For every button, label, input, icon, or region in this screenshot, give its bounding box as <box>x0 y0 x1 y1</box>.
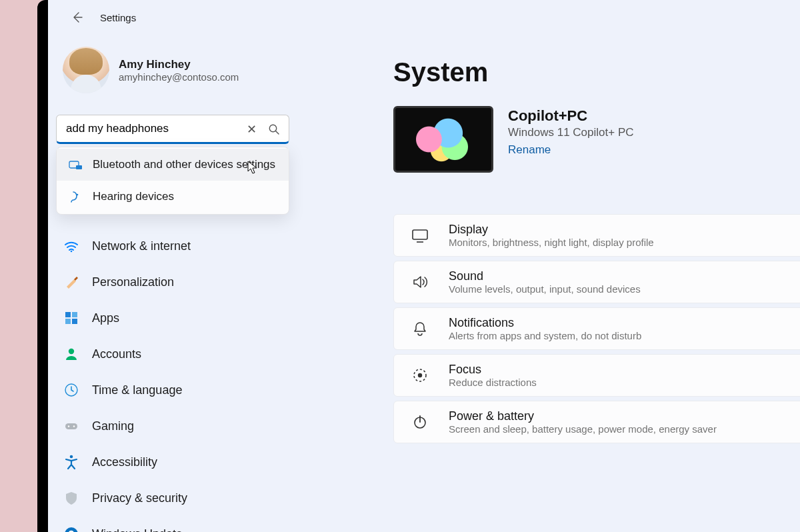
settings-card-power[interactable]: Power & battery Screen and sleep, batter… <box>393 401 800 443</box>
sidebar-item-apps[interactable]: Apps <box>56 301 329 335</box>
sidebar-item-privacy[interactable]: Privacy & security <box>56 481 329 515</box>
settings-card-display[interactable]: Display Monitors, brightness, night ligh… <box>393 214 800 257</box>
svg-point-10 <box>69 349 74 354</box>
svg-point-15 <box>70 455 73 459</box>
arrow-left-icon <box>71 11 84 24</box>
bell-icon <box>409 317 431 340</box>
clear-button[interactable]: ✕ <box>241 119 261 139</box>
sound-icon <box>409 271 431 293</box>
profile-block[interactable]: Amy Hinchey amyhinchey@contoso.com <box>56 39 341 103</box>
topbar: Settings <box>48 0 800 31</box>
sidebar-item-label: Gaming <box>92 419 134 433</box>
search-wrap: ✕ Bluetooth and other devices settings <box>56 115 289 144</box>
sidebar-item-label: Time & language <box>92 383 182 397</box>
svg-rect-3 <box>76 165 82 169</box>
card-title: Notifications <box>449 316 641 330</box>
svg-point-20 <box>418 373 422 377</box>
svg-point-4 <box>77 194 79 196</box>
card-title: Sound <box>449 269 641 283</box>
settings-card-notifications[interactable]: Notifications Alerts from apps and syste… <box>393 307 800 350</box>
sidebar-item-time-language[interactable]: Time & language <box>56 373 329 407</box>
sidebar-item-label: Accessibility <box>92 455 157 469</box>
sidebar: Amy Hinchey amyhinchey@contoso.com ✕ <box>48 31 341 532</box>
back-button[interactable] <box>68 8 87 27</box>
bluetooth-keyboard-icon <box>67 157 83 173</box>
svg-rect-12 <box>65 423 77 429</box>
device-os: Windows 11 Copilot+ PC <box>508 126 634 139</box>
sidebar-item-windows-update[interactable]: Windows Update <box>56 517 329 532</box>
settings-card-sound[interactable]: Sound Volume levels, output, input, soun… <box>393 261 800 303</box>
card-subtitle: Volume levels, output, input, sound devi… <box>449 283 641 295</box>
sidebar-item-label: Privacy & security <box>92 491 187 505</box>
sidebar-item-accounts[interactable]: Accounts <box>56 337 329 371</box>
sidebar-nav: Network & internet Personalization Apps … <box>56 229 341 532</box>
device-name: Copilot+PC <box>508 107 634 125</box>
svg-point-14 <box>73 425 75 427</box>
svg-line-1 <box>276 131 279 135</box>
update-icon <box>63 525 80 532</box>
card-subtitle: Monitors, brightness, night light, displ… <box>449 237 654 248</box>
page-title: System <box>393 57 800 87</box>
card-subtitle: Screen and sleep, battery usage, power m… <box>449 423 717 435</box>
apps-icon <box>63 309 80 327</box>
sidebar-item-label: Apps <box>92 311 119 325</box>
gaming-icon <box>63 417 80 435</box>
card-subtitle: Alerts from apps and system, do not dist… <box>449 330 641 341</box>
suggestion-bluetooth-devices[interactable]: Bluetooth and other devices settings <box>57 149 289 181</box>
search-icon <box>268 123 280 135</box>
hearing-icon <box>67 189 83 205</box>
sidebar-item-gaming[interactable]: Gaming <box>56 409 329 443</box>
search-suggestions: Bluetooth and other devices settings Hea… <box>56 147 289 215</box>
wifi-icon <box>63 237 80 255</box>
device-thumbnail <box>393 106 493 173</box>
avatar <box>63 47 109 93</box>
profile-name: Amy Hinchey <box>119 58 239 71</box>
accessibility-icon <box>63 453 80 471</box>
sidebar-item-personalization[interactable]: Personalization <box>56 265 329 299</box>
clock-icon <box>63 381 80 399</box>
power-icon <box>409 411 431 433</box>
sidebar-item-label: Accounts <box>92 347 141 361</box>
settings-card-focus[interactable]: Focus Reduce distractions <box>393 354 800 397</box>
svg-rect-17 <box>413 230 427 239</box>
sidebar-item-label: Personalization <box>92 275 174 289</box>
rename-link[interactable]: Rename <box>508 143 634 157</box>
card-title: Focus <box>449 363 537 377</box>
brush-icon <box>63 273 80 291</box>
suggestion-label: Bluetooth and other devices settings <box>93 158 275 171</box>
svg-rect-6 <box>65 312 71 317</box>
main-panel: System Copilot+PC Windows 11 Copilot+ PC… <box>341 31 800 532</box>
sidebar-item-label: Network & internet <box>92 239 191 253</box>
shield-icon <box>63 489 80 507</box>
svg-rect-9 <box>72 319 77 324</box>
search-button[interactable] <box>264 119 284 139</box>
suggestion-hearing-devices[interactable]: Hearing devices <box>57 181 289 213</box>
close-icon: ✕ <box>247 122 257 137</box>
card-title: Power & battery <box>449 409 717 423</box>
suggestion-label: Hearing devices <box>93 190 174 203</box>
settings-list: Display Monitors, brightness, night ligh… <box>393 214 800 443</box>
card-subtitle: Reduce distractions <box>449 377 537 388</box>
svg-rect-7 <box>72 312 77 317</box>
profile-email: amyhinchey@contoso.com <box>119 71 239 83</box>
card-title: Display <box>449 223 654 237</box>
svg-rect-8 <box>65 319 71 324</box>
svg-point-13 <box>68 425 69 427</box>
sidebar-item-network[interactable]: Network & internet <box>56 229 329 263</box>
svg-point-5 <box>71 251 73 253</box>
display-icon <box>409 224 431 247</box>
sidebar-item-accessibility[interactable]: Accessibility <box>56 445 329 479</box>
sidebar-item-label: Windows Update <box>92 527 183 533</box>
app-window: Settings Amy Hinchey amyhinchey@contoso.… <box>37 0 800 532</box>
device-summary: Copilot+PC Windows 11 Copilot+ PC Rename <box>393 106 800 173</box>
account-icon <box>63 345 80 363</box>
app-title: Settings <box>100 12 136 23</box>
focus-icon <box>409 364 431 387</box>
